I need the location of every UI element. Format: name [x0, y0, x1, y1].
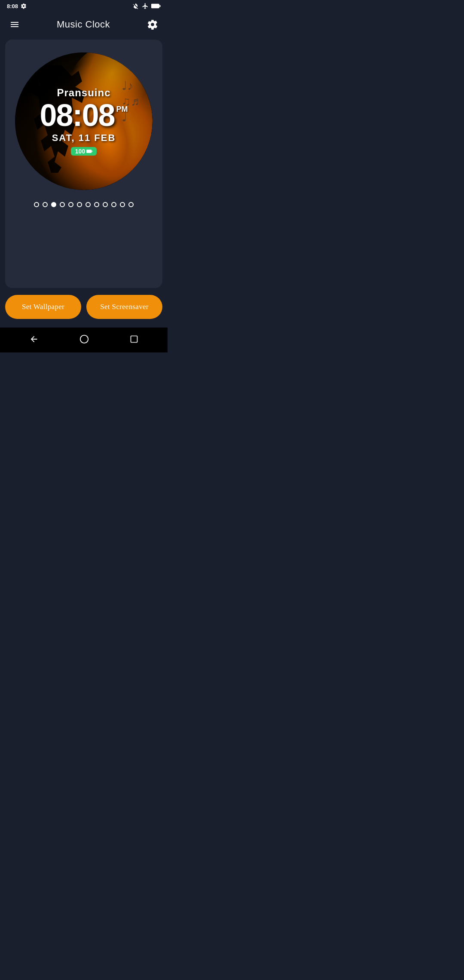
- dot-8[interactable]: [94, 202, 99, 207]
- home-button[interactable]: [73, 332, 96, 346]
- hamburger-menu-button[interactable]: [7, 17, 22, 32]
- svg-rect-0: [151, 4, 159, 8]
- dot-6[interactable]: [77, 202, 82, 207]
- back-arrow-icon: [29, 334, 39, 344]
- dot-1[interactable]: [34, 202, 39, 207]
- recents-button[interactable]: [123, 332, 145, 346]
- hamburger-icon: [9, 19, 20, 30]
- status-bar: 8:08: [0, 0, 168, 12]
- dot-11[interactable]: [120, 202, 125, 207]
- dot-5[interactable]: [68, 202, 73, 207]
- set-screensaver-button[interactable]: Set Screensaver: [86, 295, 162, 319]
- svg-rect-1: [159, 5, 160, 7]
- battery-badge: 100: [71, 147, 97, 156]
- dot-4[interactable]: [60, 202, 65, 207]
- clock-username: Pransuinc: [57, 87, 110, 99]
- settings-gear-icon: [147, 19, 158, 30]
- svg-rect-3: [92, 150, 92, 152]
- clock-time: 08:08: [40, 100, 114, 131]
- main-card: ♩♪♫♬♩ Pransuinc 08:08 PM SAT, 11 FEB 100: [5, 40, 162, 288]
- status-time: 8:08: [7, 3, 18, 9]
- svg-point-4: [80, 335, 88, 343]
- clock-face[interactable]: ♩♪♫♬♩ Pransuinc 08:08 PM SAT, 11 FEB 100: [15, 52, 153, 190]
- settings-button[interactable]: [144, 16, 161, 33]
- bottom-buttons: Set Wallpaper Set Screensaver: [0, 288, 168, 328]
- battery-small-icon: [86, 149, 92, 153]
- set-wallpaper-button[interactable]: Set Wallpaper: [5, 295, 81, 319]
- clock-ampm: PM: [116, 105, 128, 114]
- dot-12[interactable]: [128, 202, 134, 207]
- battery-level: 100: [75, 148, 85, 155]
- clock-content: Pransuinc 08:08 PM SAT, 11 FEB 100: [40, 87, 128, 156]
- recent-square-icon: [130, 335, 138, 343]
- status-left: 8:08: [7, 3, 27, 9]
- dot-2[interactable]: [43, 202, 48, 207]
- battery-icon: [151, 3, 161, 9]
- clock-date: SAT, 11 FEB: [52, 132, 116, 144]
- home-circle-icon: [79, 334, 89, 344]
- settings-status-icon: [21, 3, 27, 9]
- status-right: [132, 3, 161, 9]
- clock-time-row: 08:08 PM: [40, 100, 128, 131]
- app-title: Music Clock: [57, 19, 110, 30]
- svg-rect-5: [131, 336, 137, 343]
- page-indicator: [34, 202, 134, 207]
- dot-3-active[interactable]: [51, 202, 56, 207]
- dot-7[interactable]: [85, 202, 91, 207]
- dot-10[interactable]: [111, 202, 116, 207]
- dot-9[interactable]: [103, 202, 108, 207]
- bell-slash-icon: [132, 3, 139, 9]
- airplane-icon: [142, 3, 149, 9]
- app-bar: Music Clock: [0, 12, 168, 40]
- navigation-bar: [0, 328, 168, 352]
- svg-rect-2: [86, 150, 92, 153]
- back-button[interactable]: [22, 332, 46, 346]
